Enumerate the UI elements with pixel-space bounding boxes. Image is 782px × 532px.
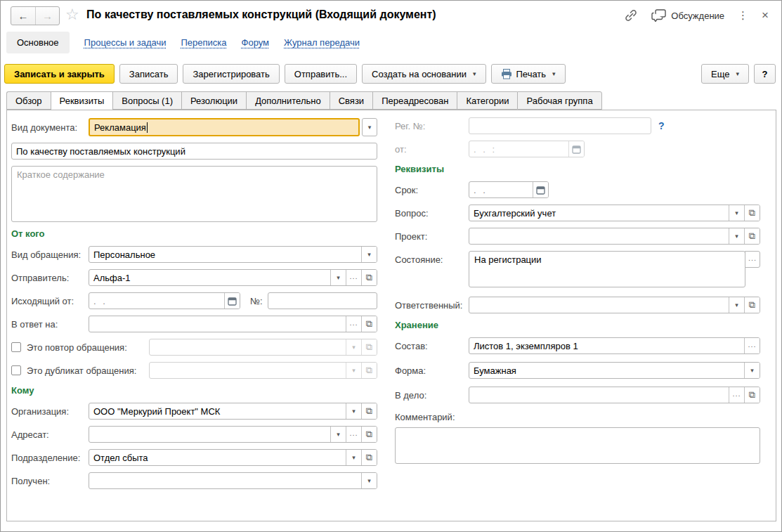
case-choose-button[interactable]: ... bbox=[729, 387, 744, 403]
chevron-down-icon: ▾ bbox=[735, 209, 738, 216]
duplicate-appeal-dropdown-button[interactable]: ▾ bbox=[346, 363, 361, 378]
repeat-appeal-checkbox[interactable] bbox=[11, 342, 21, 352]
calendar-icon bbox=[536, 186, 545, 195]
reg-date-calendar-button bbox=[568, 141, 584, 157]
nav-item-main[interactable]: Основное bbox=[6, 32, 70, 53]
tab-requisites[interactable]: Реквизиты bbox=[51, 91, 113, 110]
chevron-down-icon: ▾ bbox=[352, 344, 356, 351]
discussion-button[interactable]: Обсуждение bbox=[651, 9, 724, 22]
outgoing-date-calendar-button[interactable] bbox=[224, 293, 240, 309]
nav-link-correspondence[interactable]: Переписка bbox=[181, 37, 227, 48]
outgoing-date-field[interactable]: . . bbox=[89, 292, 240, 309]
reg-help-icon[interactable]: ? bbox=[658, 120, 665, 131]
tab-additional[interactable]: Дополнительно bbox=[246, 91, 330, 110]
tab-overview[interactable]: Обзор bbox=[6, 91, 51, 110]
project-open-button[interactable]: ⧉ bbox=[744, 228, 760, 244]
create-based-on-button[interactable]: Создать на основании▾ bbox=[362, 64, 486, 84]
appeal-kind-label: Вид обращения: bbox=[11, 249, 89, 260]
save-button[interactable]: Записать bbox=[119, 64, 178, 84]
case-field[interactable]: ... ⧉ bbox=[469, 387, 760, 403]
repeat-appeal-open-button[interactable]: ⧉ bbox=[361, 339, 377, 355]
duplicate-appeal-field[interactable]: ▾ ⧉ bbox=[149, 362, 377, 379]
outgoing-date-label: Исходящий от: bbox=[11, 296, 89, 306]
discussion-bubbles-icon bbox=[651, 9, 666, 22]
addressee-field[interactable]: ▾ ... ⧉ bbox=[89, 426, 377, 443]
organization-open-button[interactable]: ⧉ bbox=[361, 403, 377, 419]
repeat-appeal-dropdown-button[interactable]: ▾ bbox=[346, 339, 361, 355]
appeal-kind-dropdown-button[interactable]: ▾ bbox=[361, 247, 377, 262]
doc-title-field[interactable]: По качеству поставляемых конструкций bbox=[11, 143, 377, 160]
tab-questions[interactable]: Вопросы (1) bbox=[112, 91, 181, 110]
tab-resolutions[interactable]: Резолюции bbox=[181, 91, 246, 110]
close-icon[interactable]: × bbox=[762, 8, 769, 22]
text-caret bbox=[147, 122, 148, 133]
kebab-menu-icon[interactable]: ⋮ bbox=[738, 9, 748, 22]
tab-forwarded[interactable]: Переадресован bbox=[372, 91, 457, 110]
responsible-open-button[interactable]: ⧉ bbox=[744, 297, 760, 313]
department-field[interactable]: Отдел сбыта ▾ ⧉ bbox=[89, 449, 377, 466]
sender-field[interactable]: Альфа-1 ▾ ... ⧉ bbox=[89, 269, 377, 286]
doc-kind-field[interactable]: Рекламация bbox=[89, 118, 360, 136]
addressee-open-button[interactable]: ⧉ bbox=[361, 427, 377, 442]
print-button[interactable]: Печать▾ bbox=[491, 64, 566, 84]
register-button[interactable]: Зарегистрировать bbox=[183, 64, 279, 84]
requisites-panel: Вид документа: Рекламация ▾ По качеству … bbox=[6, 110, 776, 521]
duplicate-appeal-open-button[interactable]: ⧉ bbox=[361, 363, 377, 378]
responsible-dropdown-button[interactable]: ▾ bbox=[729, 297, 744, 313]
in-reply-to-open-button[interactable]: ⧉ bbox=[361, 316, 377, 332]
tab-working-group[interactable]: Рабочая группа bbox=[517, 91, 601, 110]
case-open-button[interactable]: ⧉ bbox=[744, 387, 760, 403]
appeal-kind-field[interactable]: Персональное ▾ bbox=[89, 246, 377, 263]
in-reply-to-field[interactable]: ... ⧉ bbox=[89, 316, 377, 332]
more-button[interactable]: Еще▾ bbox=[701, 64, 749, 84]
form-dropdown-button[interactable]: ▾ bbox=[744, 363, 760, 378]
department-open-button[interactable]: ⧉ bbox=[361, 450, 377, 465]
help-button[interactable]: ? bbox=[754, 64, 776, 84]
received-field[interactable]: ▾ bbox=[89, 472, 377, 489]
due-date-calendar-button[interactable] bbox=[533, 182, 548, 197]
duplicate-appeal-checkbox[interactable] bbox=[11, 365, 21, 375]
in-reply-to-choose-button[interactable]: ... bbox=[346, 316, 361, 332]
organization-dropdown-button[interactable]: ▾ bbox=[346, 403, 361, 419]
tab-links[interactable]: Связи bbox=[330, 91, 372, 110]
nav-link-transfer-log[interactable]: Журнал передачи bbox=[284, 37, 360, 48]
question-dropdown-button[interactable]: ▾ bbox=[729, 205, 744, 221]
question-field[interactable]: Бухгалтерский учет ▾ ⧉ bbox=[469, 205, 760, 221]
save-and-close-button[interactable]: Записать и закрыть bbox=[4, 64, 115, 84]
project-field[interactable]: ▾ ⧉ bbox=[469, 228, 760, 245]
forward-button[interactable]: → bbox=[35, 7, 59, 25]
summary-textarea[interactable]: Краткое содержание bbox=[11, 166, 377, 222]
addressee-choose-button[interactable]: ... bbox=[346, 427, 361, 442]
chevron-down-icon: ▾ bbox=[352, 367, 356, 374]
page-title: По качеству поставляемых конструкций (Вх… bbox=[86, 8, 436, 21]
project-dropdown-button[interactable]: ▾ bbox=[729, 228, 744, 244]
send-button[interactable]: Отправить... bbox=[285, 64, 357, 84]
department-dropdown-button[interactable]: ▾ bbox=[346, 450, 361, 465]
sender-dropdown-button[interactable]: ▾ bbox=[330, 270, 346, 285]
composition-choose-button[interactable]: ... bbox=[744, 338, 760, 353]
organization-field[interactable]: ООО "Меркурий Проект" МСК ▾ ⧉ bbox=[89, 403, 377, 420]
nav-link-forum[interactable]: Форум bbox=[242, 37, 270, 48]
sender-open-button[interactable]: ⧉ bbox=[361, 270, 377, 285]
due-date-field[interactable]: . . bbox=[469, 181, 549, 198]
outgoing-number-field[interactable] bbox=[268, 292, 377, 309]
department-label: Подразделение: bbox=[11, 453, 89, 463]
favorite-star-icon[interactable]: ☆ bbox=[65, 6, 79, 24]
doc-kind-dropdown-button[interactable]: ▾ bbox=[362, 118, 377, 136]
received-dropdown-button[interactable]: ▾ bbox=[361, 473, 377, 488]
discussion-label: Обсуждение bbox=[671, 11, 724, 21]
tab-categories[interactable]: Категории bbox=[457, 91, 517, 110]
nav-link-processes[interactable]: Процессы и задачи bbox=[84, 37, 167, 48]
comment-textarea[interactable] bbox=[395, 427, 760, 464]
addressee-dropdown-button[interactable]: ▾ bbox=[330, 427, 346, 442]
copy-link-icon[interactable] bbox=[624, 8, 638, 22]
composition-field[interactable]: Листов 1, экземпляров 1 ... bbox=[469, 337, 760, 354]
form-field[interactable]: Бумажная ▾ bbox=[469, 362, 760, 379]
responsible-field[interactable]: ▾ ⧉ bbox=[469, 297, 760, 313]
state-history-button[interactable]: ... bbox=[745, 251, 760, 268]
back-button[interactable]: ← bbox=[11, 7, 35, 25]
ellipsis-icon: ... bbox=[349, 318, 358, 327]
sender-choose-button[interactable]: ... bbox=[346, 270, 361, 285]
question-open-button[interactable]: ⧉ bbox=[744, 205, 760, 221]
repeat-appeal-field[interactable]: ▾ ⧉ bbox=[149, 339, 377, 356]
